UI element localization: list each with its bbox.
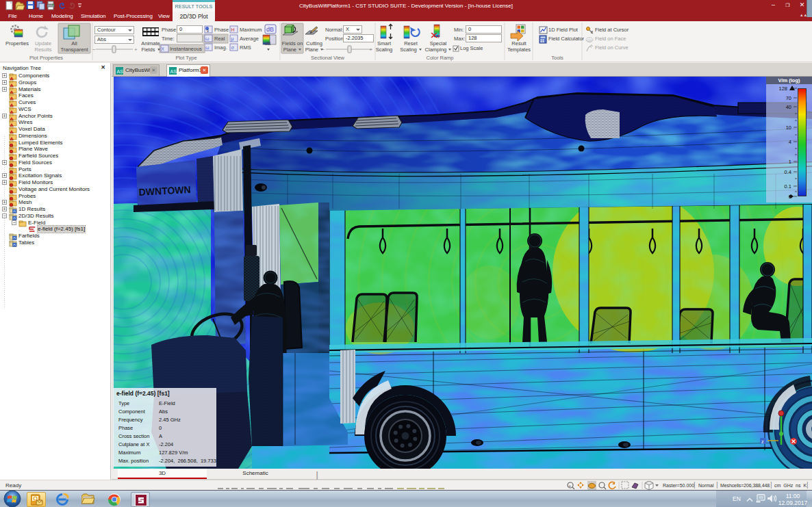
svg-text:0.4: 0.4 (785, 169, 791, 175)
svg-text:−: − (92, 47, 96, 53)
svg-text:σ: σ (231, 45, 235, 50)
svg-text:μ: μ (231, 36, 234, 42)
svg-text:ω: ω (205, 45, 210, 50)
svg-text:10: 10 (786, 125, 791, 131)
svg-text:ω: ω (205, 36, 210, 41)
svg-text:H: H (231, 27, 235, 32)
svg-text:4: 4 (789, 139, 791, 145)
svg-text:9: 9 (207, 29, 209, 33)
svg-text:128: 128 (778, 86, 787, 92)
svg-text:T: T (437, 34, 440, 39)
svg-text:40: 40 (786, 104, 791, 110)
svg-text:AS: AS (117, 68, 124, 73)
svg-text:+: + (569, 484, 572, 488)
svg-text:70: 70 (786, 95, 791, 101)
svg-text:0.1: 0.1 (785, 183, 791, 190)
svg-text:1: 1 (789, 159, 791, 165)
svg-text:dB: dB (266, 26, 274, 33)
svg-text:z: z (761, 439, 764, 444)
svg-text:AS: AS (170, 68, 177, 73)
